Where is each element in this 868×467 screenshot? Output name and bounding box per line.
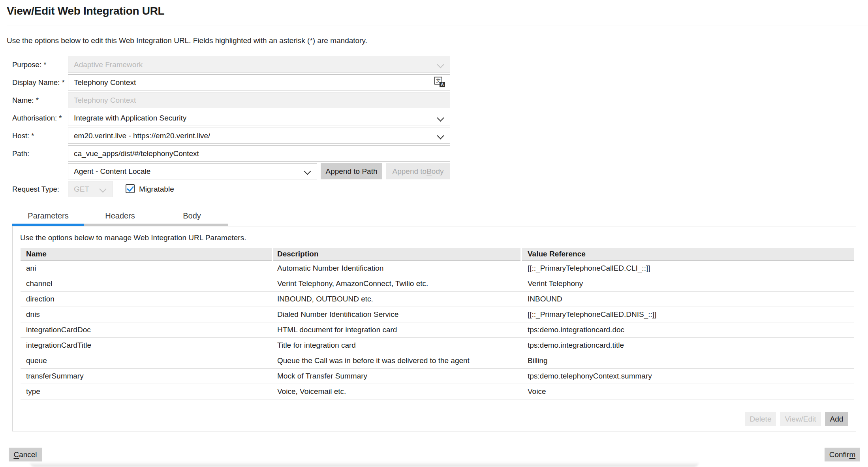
column-header-value-reference[interactable]: Value Reference	[522, 248, 854, 261]
request-type-select: GET	[68, 181, 113, 197]
chevron-down-icon	[437, 114, 444, 121]
parameters-table: Name Description Value Reference ani Aut…	[21, 248, 854, 399]
check-icon	[127, 185, 134, 192]
view-edit-button: View/Edit	[780, 412, 821, 426]
table-row[interactable]: transferSummary Mock of Transfer Summary…	[21, 369, 854, 384]
dialog-bottom-shadow	[30, 462, 699, 467]
table-row[interactable]: dnis Dialed Number Identification Servic…	[21, 307, 854, 322]
purpose-value: Adaptive Framework	[74, 60, 143, 69]
request-type-value: GET	[74, 185, 89, 194]
column-header-description[interactable]: Description	[273, 248, 520, 261]
table-row[interactable]: type Voice, Voicemail etc. Voice	[21, 384, 854, 399]
host-label: Host: *	[12, 128, 34, 144]
append-to-body-button: Append to Body	[386, 163, 450, 179]
display-name-input[interactable]	[68, 74, 450, 90]
column-header-name[interactable]: Name	[21, 248, 272, 261]
authorisation-value: Integrate with Application Security	[74, 114, 186, 122]
append-variable-select[interactable]: Agent - Content Locale	[68, 163, 317, 179]
tab-body[interactable]: Body	[156, 208, 228, 226]
table-row[interactable]: integrationCardTitle Title for integrati…	[21, 338, 854, 353]
page-title: View/Edit Web Integration URL	[7, 5, 164, 17]
table-row[interactable]: queue Queue the Call was in before it wa…	[21, 353, 854, 369]
authorisation-label: Authorisation: *	[12, 110, 62, 126]
view-edit-web-integration-url-dialog: View/Edit Web Integration URL Use the op…	[0, 0, 868, 467]
table-header-row: Name Description Value Reference	[21, 248, 854, 261]
chevron-down-icon	[304, 168, 311, 175]
host-select[interactable]: em20.verint.live - https://em20.verint.l…	[68, 128, 450, 144]
name-input	[68, 92, 450, 108]
name-label: Name: *	[12, 92, 39, 108]
add-button[interactable]: Add	[825, 412, 848, 426]
append-to-path-button[interactable]: Append to Path	[321, 163, 382, 179]
page-instructions: Use the options below to edit this Web I…	[7, 36, 367, 45]
path-input[interactable]	[68, 145, 450, 162]
chevron-down-icon	[437, 132, 444, 139]
translate-icon[interactable]: 文 A	[434, 76, 446, 89]
parameters-panel: Use the options below to manage Web Inte…	[12, 226, 856, 431]
chevron-down-icon	[437, 61, 444, 68]
table-row[interactable]: direction INBOUND, OUTBOUND etc. INBOUND	[21, 292, 854, 307]
table-row[interactable]: integrationCardDoc HTML document for int…	[21, 322, 854, 338]
display-name-label: Display Name: *	[12, 74, 65, 90]
append-variable-value: Agent - Content Locale	[74, 167, 150, 176]
table-row[interactable]: channel Verint Telephony, AmazonConnect,…	[21, 276, 854, 292]
tab-headers[interactable]: Headers	[84, 208, 156, 226]
cancel-button[interactable]: Cancel	[9, 448, 42, 461]
purpose-label: Purpose: *	[12, 56, 46, 73]
path-label: Path:	[12, 145, 29, 162]
request-type-label: Request Type:	[12, 181, 59, 197]
tab-parameters[interactable]: Parameters	[12, 208, 84, 226]
tab-strip: Parameters Headers Body	[12, 208, 228, 226]
host-value: em20.verint.live - https://em20.verint.l…	[74, 132, 210, 140]
translate-a-box: A	[440, 82, 445, 87]
purpose-select: Adaptive Framework	[68, 56, 450, 73]
confirm-button[interactable]: Confirm	[825, 448, 860, 461]
migratable-checkbox[interactable]	[126, 184, 135, 193]
delete-button: Delete	[745, 412, 776, 426]
table-action-buttons: Delete View/Edit Add	[745, 412, 848, 426]
migratable-label: Migratable	[139, 181, 174, 197]
authorisation-select[interactable]: Integrate with Application Security	[68, 110, 450, 126]
table-row[interactable]: ani Automatic Number Identification [[::…	[21, 261, 854, 276]
chevron-down-icon	[99, 185, 106, 192]
parameters-instructions: Use the options below to manage Web Inte…	[20, 234, 246, 242]
title-divider	[7, 26, 868, 26]
